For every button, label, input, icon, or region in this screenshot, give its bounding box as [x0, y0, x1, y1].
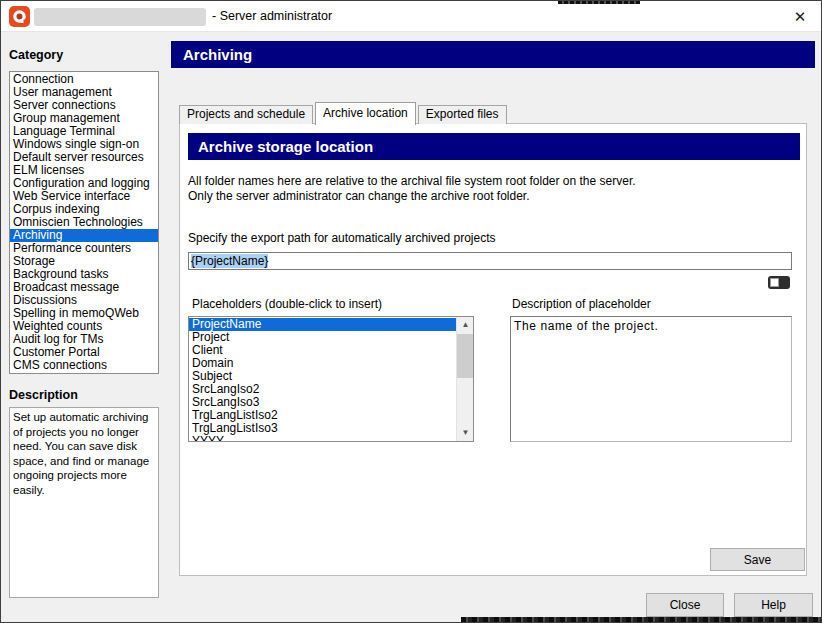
redacted-watermark-bottom: [461, 617, 822, 623]
tab-bar: Projects and scheduleArchive locationExp…: [179, 101, 509, 124]
section-header: Archive storage location: [188, 133, 800, 160]
category-item[interactable]: CMS connections: [10, 359, 158, 372]
help-button[interactable]: Help: [734, 593, 813, 617]
placeholders-list: ProjectNameProjectClientDomainSubjectSrc…: [188, 316, 474, 442]
scroll-down-icon[interactable]: ▼: [457, 425, 474, 441]
redacted-watermark-top: [558, 1, 640, 4]
overlay-toggle-knob: [770, 278, 779, 287]
window-title: - Server administrator: [212, 1, 332, 32]
tab[interactable]: Archive location: [315, 102, 416, 125]
export-path-input[interactable]: {ProjectName}: [188, 252, 792, 270]
tab-page: Archive storage location All folder name…: [179, 123, 807, 576]
category-list: ConnectionUser managementServer connecti…: [9, 71, 159, 374]
redacted-server-name: [34, 8, 206, 26]
placeholder-description-label: Description of placeholder: [512, 297, 651, 311]
category-description: Set up automatic archiving of projects y…: [9, 407, 159, 598]
close-window-button[interactable]: ✕: [785, 1, 815, 32]
scrollbar-thumb[interactable]: [457, 334, 474, 378]
server-administrator-window: - Server administrator ✕ Category Connec…: [0, 0, 822, 623]
title-bar: - Server administrator ✕: [1, 1, 821, 32]
info-line-1: All folder names here are relative to th…: [188, 174, 636, 189]
page-title: Archiving: [171, 41, 815, 68]
placeholder-item[interactable]: YYYY: [189, 435, 456, 441]
export-path-value: {ProjectName}: [191, 254, 268, 268]
tab[interactable]: Projects and schedule: [179, 105, 313, 124]
close-button[interactable]: Close: [646, 593, 724, 617]
placeholder-item[interactable]: ProjectName: [189, 318, 456, 331]
memoq-logo-icon: [9, 6, 30, 27]
placeholder-item[interactable]: TrgLangListIso3: [189, 422, 456, 435]
export-path-label: Specify the export path for automaticall…: [188, 231, 496, 245]
overlay-toggle-icon[interactable]: [768, 276, 790, 289]
close-icon: ✕: [794, 8, 807, 25]
scrollbar[interactable]: ▲ ▼: [456, 317, 473, 441]
placeholder-item[interactable]: Project: [189, 331, 456, 344]
placeholders-label: Placeholders (double-click to insert): [192, 297, 382, 311]
tab[interactable]: Exported files: [418, 105, 507, 124]
placeholders-items: ProjectNameProjectClientDomainSubjectSrc…: [189, 317, 456, 441]
placeholder-description-box: The name of the project.: [510, 316, 792, 442]
save-button[interactable]: Save: [710, 548, 805, 571]
info-line-2: Only the server administrator can change…: [188, 189, 636, 204]
scroll-up-icon[interactable]: ▲: [457, 317, 474, 333]
category-heading: Category: [9, 48, 63, 62]
info-text: All folder names here are relative to th…: [188, 174, 636, 204]
description-heading: Description: [9, 388, 78, 402]
